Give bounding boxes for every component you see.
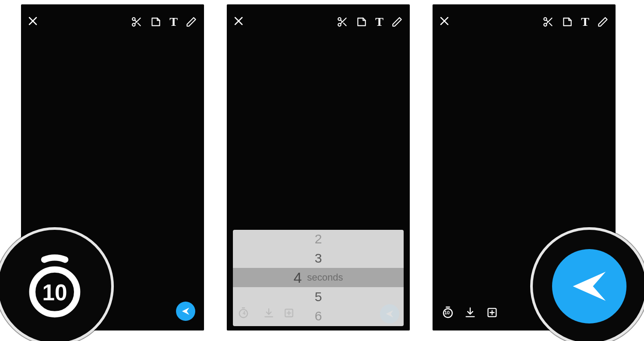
picker-unit: seconds	[307, 268, 343, 287]
close-button[interactable]	[234, 15, 243, 29]
text-icon[interactable]: T	[375, 15, 384, 29]
picker-selected[interactable]: 4 seconds	[233, 268, 404, 287]
close-button[interactable]	[440, 15, 449, 29]
top-bar: T	[227, 13, 410, 31]
story-button[interactable]	[486, 306, 498, 320]
svg-line-8	[344, 23, 346, 26]
close-button[interactable]	[28, 15, 38, 29]
timer-value: 10	[444, 310, 450, 315]
text-icon[interactable]: T	[169, 15, 178, 29]
scissors-icon[interactable]	[542, 16, 554, 28]
top-bar: T	[21, 13, 204, 31]
send-button-large[interactable]	[552, 249, 626, 323]
svg-line-9	[341, 20, 342, 22]
svg-line-15	[549, 23, 552, 26]
duration-picker[interactable]: 2 3 4 seconds 5 6 4	[233, 230, 404, 326]
timer-button[interactable]: 10	[441, 306, 454, 321]
picker-option[interactable]: 6	[233, 306, 404, 326]
sticker-icon[interactable]	[150, 16, 162, 28]
send-button[interactable]	[176, 302, 195, 321]
picker-option[interactable]: 5	[233, 287, 404, 306]
text-icon[interactable]: T	[581, 15, 589, 29]
svg-line-16	[546, 20, 548, 22]
callout-send	[530, 227, 644, 341]
picker-option[interactable]: 2	[233, 230, 404, 249]
svg-line-3	[138, 23, 141, 26]
scissors-icon[interactable]	[337, 16, 348, 28]
callout-timer-value: 10	[42, 280, 67, 305]
pencil-icon[interactable]	[391, 16, 403, 28]
screen-duration-picker: T 2 3 4 seconds 5 6 4	[227, 4, 410, 330]
sticker-icon[interactable]	[356, 16, 367, 28]
save-button[interactable]	[464, 306, 476, 320]
pencil-icon[interactable]	[597, 16, 609, 28]
svg-line-4	[135, 20, 137, 22]
picker-option[interactable]: 3	[233, 249, 404, 268]
sticker-icon[interactable]	[562, 16, 573, 28]
top-bar: T	[433, 13, 616, 31]
pencil-icon[interactable]	[186, 16, 197, 28]
picker-selected-value: 4	[294, 268, 302, 287]
scissors-icon[interactable]	[131, 16, 142, 28]
